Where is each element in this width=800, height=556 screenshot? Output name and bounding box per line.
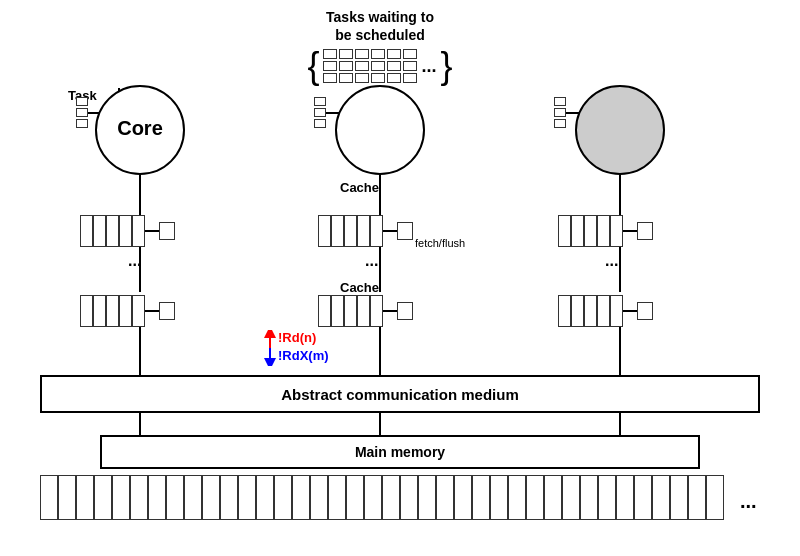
tasks-waiting-box: Tasks waiting to be scheduled { ... } [220,8,540,84]
comm-medium-label: Abstract communication medium [281,386,519,403]
vline-core3-mid [619,247,621,292]
vline-core1-down [139,175,141,215]
vline-comm-main3 [619,413,621,435]
vline-comm-main1 [139,413,141,435]
fetch-flush-label: fetch/flush [415,237,465,249]
cache-row1-core3 [558,215,653,247]
dots-bottom: ... [740,490,757,513]
vline-core1-bottom [139,327,141,375]
vline-core2-top [379,175,381,215]
rdx-m-label: !RdX(m) [278,348,329,363]
main-memory-label: Main memory [355,444,445,460]
cache-lower-label: Cache [340,280,379,295]
tasks-visual: { ... } [220,48,540,84]
task-grid [323,49,417,83]
vline-comm-main2 [379,413,381,435]
down-arrow-icon [260,346,280,366]
right-brace: } [441,48,453,84]
cache-row2-core2 [318,295,413,327]
comm-medium-bar: Abstract communication medium [40,375,760,413]
bottom-mem-cells-left [40,475,724,520]
dots-core1: ... [128,252,141,270]
core3-circle [575,85,665,175]
cache-row2-core3 [558,295,653,327]
cache-row1-core2 [318,215,413,247]
vline-core2-mid [379,247,381,292]
rd-n-label: !Rd(n) [278,330,316,345]
down-arrow-icon-area [260,346,280,370]
tasks-waiting-label: Tasks waiting to be scheduled [220,8,540,44]
dots-core3: ... [605,252,618,270]
vline-core3-bottom [619,327,621,375]
main-memory-bar: Main memory [100,435,700,469]
cache-upper-label: Cache [340,180,379,195]
tasks-dots: ... [421,56,436,77]
left-brace: { [307,48,319,84]
dots-core2: ... [365,252,378,270]
diagram: Tasks waiting to be scheduled { ... } Ta… [0,0,800,556]
core1-label: Core [95,117,185,140]
vline-core3-top [619,175,621,215]
cache-row2-core1 [80,295,175,327]
vline-core2-bottom [379,327,381,375]
cache-row1-core1 [80,215,175,247]
core2-circle [335,85,425,175]
